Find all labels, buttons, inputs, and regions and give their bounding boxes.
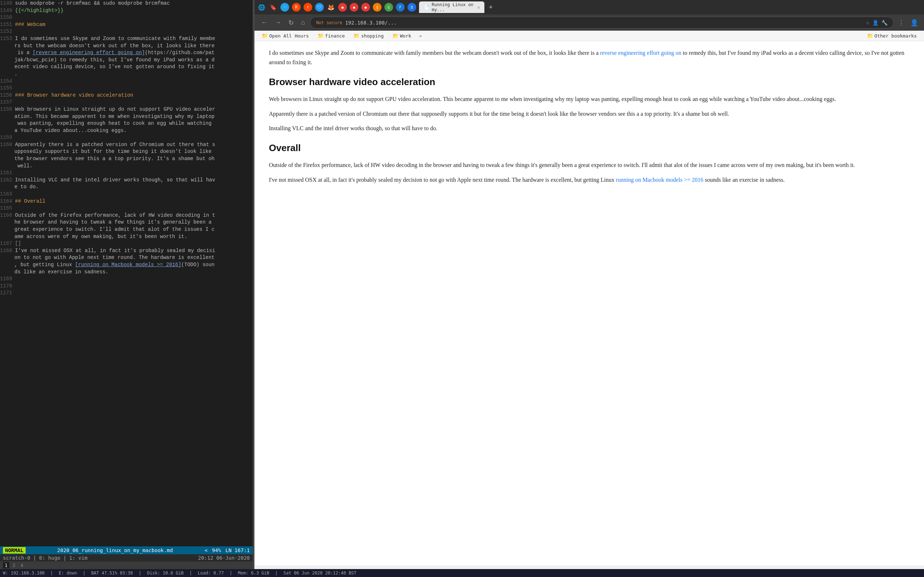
table-row: ds like an exercise in sadness. — [0, 269, 253, 276]
ext7-icon[interactable]: D — [407, 3, 416, 11]
line-content: ### Browser hardware video acceleration — [15, 92, 253, 99]
overall-heading: Overall — [269, 141, 909, 156]
browser-hw-para-3: Installing VLC and the intel driver work… — [269, 124, 909, 133]
browser-content[interactable]: I do sometimes use Skype and Zoom to com… — [254, 41, 924, 566]
line-content: Web browsers in Linux straight up do not… — [15, 106, 253, 113]
sys-sep1: | — [50, 571, 53, 575]
ext1-icon[interactable]: ● — [338, 3, 347, 11]
line-number: 1155 — [0, 85, 15, 92]
bookmark-label: Other bookmarks — [874, 33, 917, 39]
line-number: 1150 — [0, 14, 15, 21]
line-content — [15, 290, 253, 297]
line-content — [15, 169, 253, 177]
vim-tab-1[interactable]: 1 — [3, 562, 10, 568]
bookmark-finance[interactable]: 📁 finance — [315, 32, 348, 39]
table-row: 1168 I've not missed OSX at all, in fact… — [0, 247, 253, 255]
browser-toolbar-icons: 🌐 🔖 🐦 R r 🛡 🦊 ● ● ● $ G F D 📄 Runnin — [254, 0, 924, 15]
ext2-icon[interactable]: ● — [350, 3, 359, 11]
vim-percent: 94% — [212, 548, 221, 553]
table-row: 1151 ### Webcam — [0, 21, 253, 29]
ext6-icon[interactable]: F — [396, 3, 405, 11]
line-content: Installing VLC and the intel driver work… — [15, 177, 253, 184]
tab-title: Running Linux on my... — [432, 2, 475, 12]
line-number: 1161 — [0, 169, 15, 177]
table-row: 1165 — [0, 205, 253, 212]
folder-icon: 📁 — [867, 33, 873, 39]
extension-icon[interactable]: 🔧 — [881, 20, 888, 26]
bookmark-other[interactable]: 📁 Other bookmarks — [864, 32, 920, 39]
scratch-sep2: | — [63, 555, 66, 561]
table-row: 1149 {{</highlight>}} — [0, 7, 253, 15]
back-button[interactable]: ← — [259, 18, 270, 27]
browser-horizontal-scrollbar[interactable] — [254, 566, 924, 569]
firefox-icon[interactable]: 🦊 — [327, 3, 335, 11]
new-tab-button[interactable]: + — [486, 2, 496, 13]
twitter-icon[interactable]: 🐦 — [281, 3, 289, 11]
bookmark-open-all-hours[interactable]: 📁 Open All Hours — [259, 32, 312, 39]
table-row: 1170 — [0, 283, 253, 290]
main-area: 1148 sudo modprobe -r brcmfmac && sudo m… — [0, 0, 924, 569]
line-content — [15, 205, 253, 212]
line-number — [0, 184, 15, 191]
line-number — [0, 43, 15, 50]
line-number: 1153 — [0, 35, 15, 43]
menu-icon[interactable]: ⋮ — [897, 17, 906, 28]
vim-tab-2[interactable]: 2 — [11, 562, 17, 568]
bookmark-work[interactable]: 📁 Work — [389, 32, 414, 39]
forward-button[interactable]: → — [273, 18, 283, 27]
line-content: on to not go with Apple next time round.… — [15, 254, 253, 261]
bookmark-star-icon[interactable]: ☆ — [866, 19, 869, 26]
sys-sep2: | — [82, 571, 85, 575]
system-status-bar: W: 192.168.3.100 | E: down | BAT 47.51% … — [0, 569, 924, 577]
shield-icon[interactable]: 🛡 — [315, 3, 324, 11]
user-avatar[interactable]: 👤 — [909, 17, 920, 28]
security-indicator: Not secure — [316, 20, 342, 25]
line-content — [15, 14, 253, 21]
line-content: ## Overall — [15, 198, 253, 205]
line-content — [15, 276, 253, 283]
browser-tab-active[interactable]: 📄 Running Linux on my... ✕ — [419, 2, 485, 13]
reader-mode-icon[interactable]: 👤 — [872, 20, 879, 26]
line-number: 1170 — [0, 283, 15, 290]
line-content: Apparently there is a patched version of… — [15, 141, 253, 148]
refresh-button[interactable]: ↻ — [286, 18, 296, 27]
line-number — [0, 219, 15, 226]
bookmark-shopping[interactable]: 📁 shopping — [351, 32, 386, 39]
home-button[interactable]: ⌂ — [299, 18, 307, 27]
line-number — [0, 163, 15, 170]
table-row: 1158 Web browsers in Linux straight up d… — [0, 106, 253, 113]
table-row: ame across were of my own making, but it… — [0, 233, 253, 240]
reverse-engineering-link[interactable]: reverse engineering effort going on — [600, 50, 681, 56]
sys-sep4: | — [189, 571, 192, 575]
table-row: 1152 — [0, 28, 253, 35]
scratch-sep: | — [33, 555, 36, 561]
line-number: 1156 — [0, 92, 15, 99]
reddit2-icon[interactable]: r — [304, 3, 312, 11]
table-row: 1159 — [0, 134, 253, 141]
line-content: upposedly supports it but for the time b… — [15, 148, 253, 155]
ext5-icon[interactable]: G — [384, 3, 393, 11]
overall-para-1: Outside of the Firefox performance, lack… — [269, 161, 909, 170]
globe-icon[interactable]: 🌐 — [257, 3, 266, 11]
macbook-linux-link[interactable]: running on Macbook models >= 2016 — [616, 177, 703, 183]
line-content: . — [15, 71, 253, 78]
line-number: 1152 — [0, 28, 15, 35]
load-status: Load: 0.77 — [198, 571, 224, 575]
line-number: 1157 — [0, 99, 15, 106]
line-content: sudo modprobe -r brcmfmac && sudo modpro… — [15, 0, 253, 7]
tab-favicon: 📄 — [423, 4, 430, 10]
reddit-icon[interactable]: R — [292, 3, 300, 11]
table-row: 1150 — [0, 14, 253, 21]
line-content: ame across were of my own making, but it… — [15, 233, 253, 240]
line-number: 1151 — [0, 21, 15, 29]
bookmark-more-button[interactable]: » — [417, 32, 424, 39]
address-bar[interactable]: Not secure 192.168.3.100/... ☆ 👤 🔧 — [310, 16, 894, 29]
line-number: 1168 — [0, 247, 15, 255]
line-number: 1163 — [0, 191, 15, 198]
vim-tab-4[interactable]: 4 — [19, 562, 25, 568]
ext4-icon[interactable]: $ — [373, 3, 381, 11]
line-number — [0, 49, 15, 56]
bookmark-icon[interactable]: 🔖 — [269, 3, 278, 11]
ext3-icon[interactable]: ● — [361, 3, 370, 11]
tab-close-button[interactable]: ✕ — [477, 4, 480, 10]
